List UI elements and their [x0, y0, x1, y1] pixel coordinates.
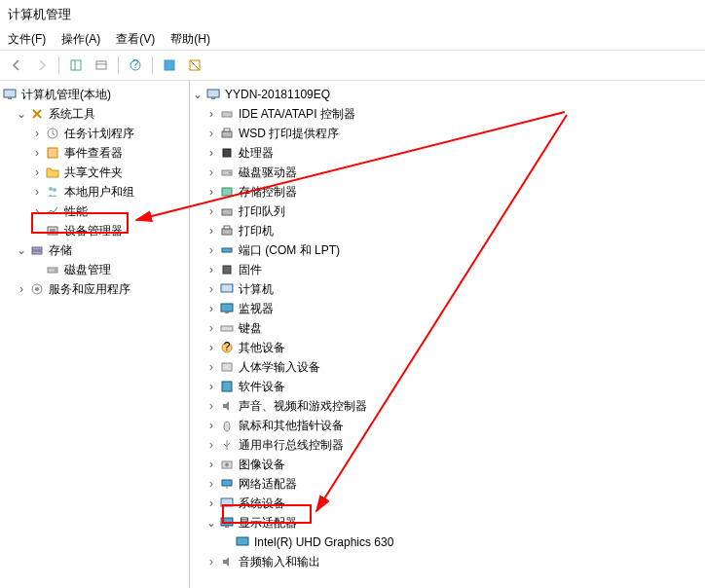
device-wsd[interactable]: ›WSD 打印提供程序	[190, 124, 705, 143]
expand-icon[interactable]: ›	[205, 186, 217, 198]
device-ide[interactable]: ›IDE ATA/ATAPI 控制器	[190, 104, 705, 124]
disk-icon	[219, 165, 235, 180]
device-mouse[interactable]: ›鼠标和其他指针设备	[190, 416, 705, 435]
svg-rect-16	[32, 247, 42, 250]
back-button[interactable]	[6, 55, 27, 76]
device-display[interactable]: ⌄显示适配器	[190, 513, 705, 533]
expand-icon[interactable]: ›	[205, 342, 217, 353]
device-keyboards[interactable]: ›键盘	[190, 318, 705, 338]
device-monitors[interactable]: ›监视器	[190, 299, 705, 318]
expand-icon[interactable]: ›	[205, 361, 217, 373]
device-computer[interactable]: ›计算机	[190, 279, 705, 299]
expand-icon[interactable]: ›	[31, 186, 43, 198]
menu-bar: 文件(F) 操作(A) 查看(V) 帮助(H)	[0, 29, 705, 50]
expand-icon[interactable]: ›	[205, 147, 217, 159]
expand-icon[interactable]: ›	[205, 166, 217, 178]
tree-root-computer-management[interactable]: 计算机管理(本地)	[0, 85, 189, 104]
device-sound[interactable]: ›声音、视频和游戏控制器	[190, 396, 705, 416]
device-storage-ctrl[interactable]: ›存储控制器	[190, 182, 705, 202]
expand-icon[interactable]: ›	[205, 108, 217, 120]
expand-icon[interactable]: ›	[31, 147, 43, 159]
expand-icon[interactable]: ›	[205, 439, 217, 451]
expand-icon[interactable]: ›	[205, 400, 217, 412]
performance-icon	[45, 203, 60, 219]
expand-icon[interactable]: ›	[205, 205, 217, 217]
toolbar-btn-1[interactable]	[65, 55, 87, 76]
expand-icon[interactable]: ›	[205, 264, 217, 276]
expand-icon[interactable]: ›	[205, 497, 217, 509]
separator	[58, 56, 59, 74]
toolbar-btn-4[interactable]	[184, 55, 205, 76]
device-other[interactable]: ›?其他设备	[190, 338, 705, 357]
device-ports[interactable]: ›端口 (COM 和 LPT)	[190, 240, 705, 260]
storage-icon	[219, 184, 235, 200]
device-system[interactable]: ›系统设备	[190, 494, 705, 513]
right-panel: ⌄ YYDN-20181109EQ ›IDE ATA/ATAPI 控制器 ›WS…	[190, 81, 705, 588]
tree-services[interactable]: › 服务和应用程序	[0, 279, 189, 299]
collapse-icon[interactable]: ⌄	[192, 89, 204, 100]
expand-icon[interactable]: ›	[205, 420, 217, 431]
imaging-icon	[219, 457, 235, 472]
svg-rect-50	[221, 518, 233, 526]
device-disk-drives[interactable]: ›磁盘驱动器	[190, 163, 705, 182]
collapse-icon[interactable]: ⌄	[205, 517, 217, 529]
svg-rect-34	[222, 248, 232, 252]
tree-system-tools[interactable]: ⌄ 系统工具	[0, 104, 189, 124]
device-root[interactable]: ⌄ YYDN-20181109EQ	[190, 85, 705, 104]
node-label: 事件查看器	[64, 144, 123, 162]
tree-device-manager[interactable]: 设备管理器	[0, 221, 189, 240]
svg-rect-22	[207, 90, 219, 97]
tree-disk-management[interactable]: 磁盘管理	[0, 260, 189, 279]
expand-icon[interactable]: ›	[205, 381, 217, 392]
device-imaging[interactable]: ›图像设备	[190, 455, 705, 474]
menu-file[interactable]: 文件(F)	[8, 31, 46, 48]
device-print-queue[interactable]: ›打印队列	[190, 202, 705, 221]
node-label: 存储	[49, 241, 72, 259]
toolbar-btn-3[interactable]	[159, 55, 180, 76]
svg-text:?: ?	[224, 341, 231, 353]
display-icon	[219, 515, 235, 531]
expand-icon[interactable]: ›	[31, 205, 43, 217]
menu-view[interactable]: 查看(V)	[116, 31, 155, 48]
tree-storage[interactable]: ⌄ 存储	[0, 240, 189, 260]
collapse-icon[interactable]: ⌄	[16, 244, 27, 256]
device-hid[interactable]: ›人体学输入设备	[190, 357, 705, 377]
expand-icon[interactable]: ›	[205, 478, 217, 490]
device-usb[interactable]: ›通用串行总线控制器	[190, 435, 705, 455]
help-button[interactable]: ?	[125, 55, 146, 76]
node-label: 磁盘管理	[64, 261, 111, 278]
expand-icon[interactable]: ›	[205, 303, 217, 314]
device-cpu[interactable]: ›处理器	[190, 143, 705, 163]
device-network[interactable]: ›网络适配器	[190, 474, 705, 494]
device-audio[interactable]: ›音频输入和输出	[190, 552, 705, 571]
menu-action[interactable]: 操作(A)	[61, 31, 100, 48]
node-label: IDE ATA/ATAPI 控制器	[239, 105, 355, 123]
tree-local-users[interactable]: › 本地用户和组	[0, 182, 189, 202]
node-label: Intel(R) UHD Graphics 630	[254, 533, 393, 551]
expand-icon[interactable]: ›	[31, 128, 43, 139]
expand-icon[interactable]: ›	[205, 283, 217, 295]
expand-icon[interactable]: ›	[16, 283, 27, 295]
toolbar-btn-2[interactable]	[91, 55, 112, 76]
collapse-icon[interactable]: ⌄	[16, 108, 27, 120]
tree-task-scheduler[interactable]: › 任务计划程序	[0, 124, 189, 143]
tree-event-viewer[interactable]: › 事件查看器	[0, 143, 189, 163]
expand-icon[interactable]: ›	[205, 225, 217, 237]
expand-icon[interactable]: ›	[205, 322, 217, 334]
expand-icon[interactable]: ›	[205, 556, 217, 568]
device-printers[interactable]: ›打印机	[190, 221, 705, 240]
expand-icon[interactable]: ›	[205, 459, 217, 470]
device-software[interactable]: ›软件设备	[190, 377, 705, 396]
menu-help[interactable]: 帮助(H)	[170, 31, 210, 48]
device-firmware[interactable]: ›固件	[190, 260, 705, 279]
tree-performance[interactable]: › 性能	[0, 202, 189, 221]
tree-shared-folders[interactable]: › 共享文件夹	[0, 163, 189, 182]
expand-icon[interactable]: ›	[205, 128, 217, 139]
expand-icon[interactable]: ›	[205, 244, 217, 256]
forward-button[interactable]	[31, 55, 53, 76]
users-icon	[45, 184, 60, 200]
node-label: 共享文件夹	[64, 164, 123, 181]
device-display-item[interactable]: Intel(R) UHD Graphics 630	[190, 533, 705, 552]
expand-icon[interactable]: ›	[31, 166, 43, 178]
node-label: 图像设备	[239, 456, 285, 473]
